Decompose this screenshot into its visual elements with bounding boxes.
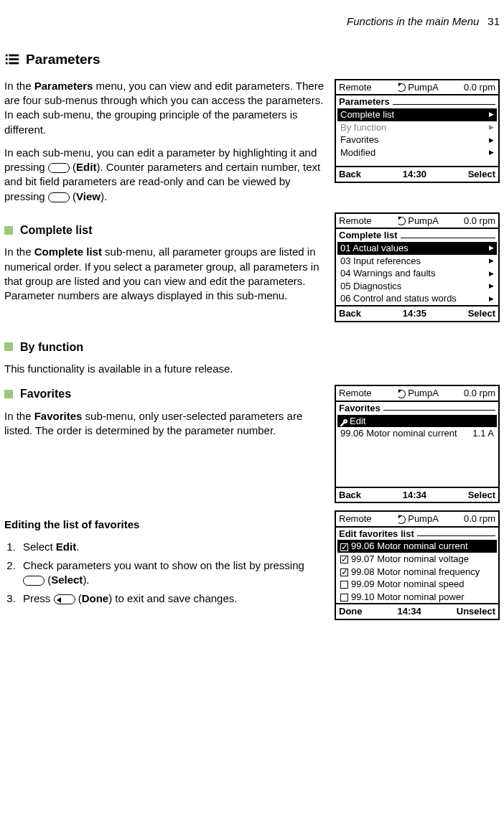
screenshot-statusbar: Remote PumpA 0.0 rpm	[336, 386, 498, 402]
checkbox-icon	[340, 543, 348, 551]
screenshot-complete-list: Remote PumpA 0.0 rpm Complete list 01 Ac…	[335, 212, 500, 322]
svg-rect-3	[9, 58, 19, 60]
screenshot-footer: Back 14:34 Select	[336, 487, 498, 502]
check-row: 99.10 Motor nominal power	[337, 591, 497, 604]
menu-row: Complete list▶	[337, 108, 497, 121]
softkey-right-label: Select	[468, 169, 495, 180]
screenshot-footer: Back 14:30 Select	[336, 166, 498, 182]
page-header: Functions in the main Menu31	[4, 14, 500, 29]
menu-row: 06 Control and status words▶	[337, 292, 497, 305]
svg-rect-0	[6, 55, 8, 57]
screenshot-body: Edit 99.06 Motor nominal current1.1 A	[336, 415, 498, 487]
screenshot-title: Parameters	[336, 95, 498, 108]
menu-row: 05 Diagnostics▶	[337, 280, 497, 293]
screenshot-body: Complete list▶ By function▶ Favorites▶ M…	[336, 108, 498, 166]
svg-rect-5	[9, 62, 19, 65]
bullet-square-icon	[4, 342, 13, 351]
section-title-text: Parameters	[26, 50, 101, 69]
svg-rect-4	[6, 62, 8, 65]
checkbox-icon	[340, 556, 348, 563]
wrench-icon	[340, 418, 347, 425]
rotation-icon	[397, 83, 406, 92]
check-row: 99.09 Motor nominal speed	[337, 578, 497, 591]
status-remote: Remote	[339, 82, 372, 93]
screenshot-title: Complete list	[336, 229, 498, 242]
screenshot-body: 01 Actual values▶ 03 Input references▶ 0…	[336, 242, 498, 305]
screenshot-statusbar: Remote PumpA 0.0 rpm	[336, 80, 498, 96]
bullet-square-icon	[4, 226, 13, 235]
subsection-complete-list: Complete list	[4, 223, 326, 238]
menu-row: Favorites▶	[337, 134, 497, 146]
menu-row: Modified▶	[337, 146, 497, 159]
check-row: 99.07 Motor nominal voltage	[337, 553, 497, 566]
screenshot-parameters: Remote PumpA 0.0 rpm Parameters Complete…	[335, 79, 500, 183]
svg-rect-1	[9, 55, 19, 57]
screenshot-footer: Back 14:35 Select	[336, 305, 498, 321]
check-row: 99.06 Motor nominal current	[337, 540, 497, 553]
checkbox-icon	[340, 568, 348, 576]
softkey-icon	[48, 163, 70, 173]
menu-row: 99.06 Motor nominal current1.1 A	[337, 427, 497, 440]
rotation-icon	[397, 390, 406, 398]
menu-row: By function▶	[337, 121, 497, 134]
chapter-title: Functions in the main Menu	[347, 15, 479, 27]
status-rpm: 0.0 rpm	[464, 82, 495, 93]
screenshot-title: Edit favorites list	[336, 528, 498, 540]
rotation-icon	[397, 515, 406, 524]
by-function-paragraph: This functionality is available in a fut…	[4, 362, 500, 376]
list-icon	[4, 52, 20, 67]
checkbox-icon	[340, 594, 348, 602]
section-title-parameters: Parameters	[4, 50, 500, 69]
screenshot-statusbar: Remote PumpA 0.0 rpm	[336, 214, 498, 230]
menu-row: 03 Input references▶	[337, 255, 497, 268]
softkey-icon	[54, 594, 75, 604]
subsection-by-function: By function	[4, 340, 500, 355]
footer-time: 14:30	[403, 169, 426, 180]
svg-rect-2	[6, 58, 8, 60]
menu-row-edit: Edit	[337, 415, 497, 428]
check-row: 99.08 Motor nominal frequency	[337, 566, 497, 579]
screenshot-body: 99.06 Motor nominal current 99.07 Motor …	[336, 540, 498, 603]
screenshot-statusbar: Remote PumpA 0.0 rpm	[336, 512, 498, 528]
screenshot-title: Favorites	[336, 402, 498, 415]
softkey-icon	[48, 192, 70, 202]
screenshot-edit-favorites: Remote PumpA 0.0 rpm Edit favorites list…	[335, 510, 500, 620]
screenshot-footer: Done 14:34 Unselect	[336, 603, 498, 619]
checkbox-icon	[340, 581, 348, 589]
softkey-icon	[23, 576, 45, 586]
softkey-left-label: Back	[339, 169, 361, 180]
bullet-square-icon	[4, 390, 13, 398]
status-name: PumpA	[408, 82, 439, 93]
menu-row: 01 Actual values▶	[337, 242, 497, 255]
screenshot-favorites: Remote PumpA 0.0 rpm Favorites Edit 99.0…	[335, 385, 500, 503]
rotation-icon	[397, 217, 406, 225]
page-number: 31	[487, 15, 500, 27]
menu-row: 04 Warnings and faults▶	[337, 267, 497, 280]
subsection-favorites: Favorites	[4, 386, 326, 402]
